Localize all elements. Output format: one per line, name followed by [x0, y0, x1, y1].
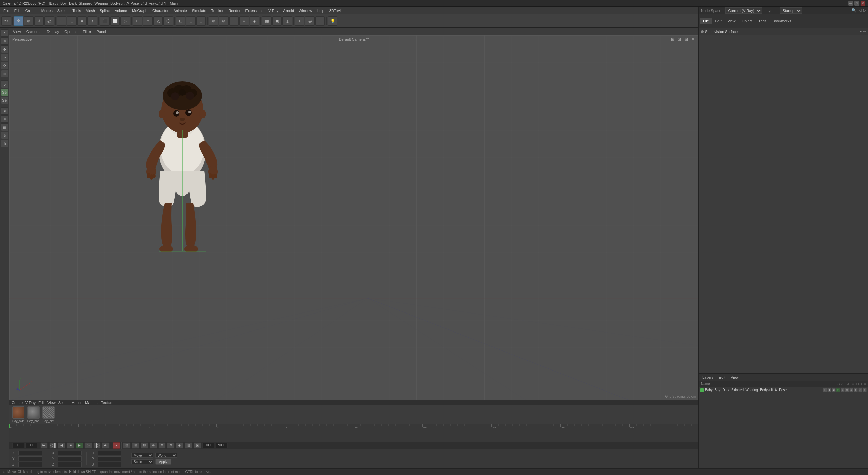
paint-tool[interactable]: ⊛	[1, 115, 8, 123]
mat-tab-vray[interactable]: V-Ray	[25, 401, 36, 405]
fields-button[interactable]: ⊟	[196, 16, 206, 26]
mat-tab-select[interactable]: Select	[58, 401, 69, 405]
render-active-button[interactable]: ⬜	[110, 16, 120, 26]
go-start-button[interactable]: ⏮	[40, 442, 48, 449]
material-swatch-cloth[interactable]: Boy_clot	[42, 406, 55, 423]
stop-button[interactable]: ■	[67, 442, 74, 449]
vp-options-btn[interactable]: Options	[63, 29, 79, 34]
keyframe-rot-button[interactable]: ⊟	[141, 442, 148, 449]
object-mode-button[interactable]: ←	[57, 16, 66, 26]
keyframe-pos-button[interactable]: ⊞	[132, 442, 139, 449]
transform-tool[interactable]: ✤	[1, 45, 8, 53]
deformer-button[interactable]: ⊡	[176, 16, 185, 26]
minimize-button[interactable]: —	[848, 1, 853, 6]
pen-tool[interactable]: ↗	[1, 54, 8, 61]
texture-tool[interactable]: S⊙	[1, 89, 8, 96]
point-mode-button[interactable]: ⊗	[77, 16, 87, 26]
add-tool[interactable]: ⊕	[1, 37, 8, 45]
tab-tags[interactable]: Tags	[756, 18, 769, 24]
rotation-p-input[interactable]	[98, 456, 121, 461]
undo-button[interactable]: ⟲	[1, 16, 11, 26]
cylinder-button[interactable]: ⬡	[163, 16, 173, 26]
layer-icon-render[interactable]: ■	[827, 388, 831, 392]
sculpt-tool[interactable]: ⊗	[1, 107, 8, 115]
vp-icon-mode[interactable]: ⊡	[677, 37, 682, 42]
tab-edit[interactable]: Edit	[712, 18, 724, 24]
grid-button[interactable]: ▣	[272, 16, 282, 26]
menu-volume[interactable]: Volume	[113, 8, 130, 13]
menu-3dtoai[interactable]: 3DToAI	[327, 8, 343, 13]
menu-edit[interactable]: Edit	[12, 8, 23, 13]
scale-sidebar-tool[interactable]: ⊞	[1, 70, 8, 77]
record-button[interactable]: ●	[113, 442, 120, 449]
snap-button[interactable]: ⌖	[295, 16, 304, 26]
layers-tab-view[interactable]: View	[729, 375, 740, 380]
sky-button[interactable]: ⊙	[229, 16, 239, 26]
position-z-input[interactable]	[18, 462, 42, 467]
snap-to-grid-button[interactable]: ◎	[305, 16, 315, 26]
viewport[interactable]: Perspective Default Camera:** ⊞ ⊡ ⊟ ✕ X …	[9, 35, 698, 400]
timeline-options-button[interactable]: ▣	[194, 442, 201, 449]
play-forward-button[interactable]: ▶	[76, 442, 83, 449]
light-button[interactable]: ⊕	[209, 16, 218, 26]
menu-tracker[interactable]: Tracker	[209, 8, 226, 13]
scale-x-input[interactable]	[58, 451, 82, 455]
tab-file[interactable]: File	[700, 18, 712, 24]
keyframe-user-button[interactable]: ◈	[176, 442, 183, 449]
menu-vray[interactable]: V-Ray	[266, 8, 280, 13]
rotation-h-input[interactable]	[98, 451, 121, 455]
render-all-button[interactable]: ▷	[120, 16, 130, 26]
mat-tab-create[interactable]: Create	[12, 401, 23, 405]
material-button[interactable]: ⊛	[239, 16, 249, 26]
play-forward2-button[interactable]: ▷	[84, 442, 92, 449]
menu-modes[interactable]: Modes	[39, 8, 55, 13]
menu-file[interactable]: File	[1, 8, 12, 13]
timeline-track[interactable]	[9, 428, 698, 442]
vp-icon-settings[interactable]: ⊟	[684, 37, 689, 42]
bg-button[interactable]: ◫	[282, 16, 292, 26]
uv-tool[interactable]: S⊕	[1, 97, 8, 104]
mat-tab-material[interactable]: Material	[85, 401, 98, 405]
cube-button[interactable]: □	[133, 16, 142, 26]
tab-view[interactable]: View	[725, 18, 738, 24]
vp-view-btn[interactable]: View	[12, 29, 22, 34]
material-swatch-skin[interactable]: Boy_skin	[12, 406, 25, 423]
layer-icon-exp[interactable]: ⊗	[849, 388, 853, 392]
layer-icon-gen[interactable]: ⊛	[841, 388, 845, 392]
menu-mograph[interactable]: MoGraph	[130, 8, 150, 13]
light-tool-button[interactable]: 💡	[328, 16, 337, 26]
next-key-button[interactable]: ▐▷	[93, 442, 101, 449]
menu-character[interactable]: Character	[150, 8, 171, 13]
select-tool[interactable]: ↖	[1, 29, 8, 37]
mat-tab-motion[interactable]: Motion	[71, 401, 82, 405]
rotate-tool-button[interactable]: ↺	[34, 16, 44, 26]
vp-display-btn[interactable]: Display	[45, 29, 60, 34]
mograph-button[interactable]: ⊞	[186, 16, 196, 26]
play-back-button[interactable]: ◀	[58, 442, 65, 449]
layer-icon-solo[interactable]: ⊙	[858, 388, 862, 392]
motion-tool[interactable]: ⊙	[1, 132, 8, 139]
scale-mode-dropdown[interactable]: Scale	[131, 459, 153, 464]
cone-button[interactable]: △	[153, 16, 163, 26]
poly-mode-button[interactable]: ↕	[87, 16, 97, 26]
maximize-button[interactable]: □	[854, 1, 859, 6]
edge-mode-button[interactable]: ⊞	[67, 16, 77, 26]
scale-y-input[interactable]	[58, 456, 82, 461]
position-x-input[interactable]	[18, 451, 42, 455]
vp-panel-btn[interactable]: Panel	[95, 29, 107, 34]
select-all-button[interactable]: ◎	[44, 16, 54, 26]
floor-button[interactable]: ▦	[262, 16, 272, 26]
rotate-tool[interactable]: ⟳	[1, 62, 8, 69]
layer-item[interactable]: Baby_Boy_Dark_Skinned_Wearing_Bodysuit_A…	[699, 387, 868, 393]
menu-window[interactable]: Window	[297, 8, 314, 13]
material-swatch-body[interactable]: Boy_bod	[27, 406, 40, 423]
menu-help[interactable]: Help	[315, 8, 327, 13]
workplane-button[interactable]: ⊕	[315, 16, 325, 26]
vp-icon-layout[interactable]: ⊞	[670, 37, 675, 42]
obj-edit-icon[interactable]: ✏	[863, 29, 866, 34]
mat-tab-edit[interactable]: Edit	[38, 401, 45, 405]
layer-icon-color[interactable]: ✕	[863, 388, 867, 392]
menu-extensions[interactable]: Extensions	[243, 8, 265, 13]
menu-simulate[interactable]: Simulate	[190, 8, 209, 13]
world-mode-dropdown[interactable]: World	[155, 453, 177, 458]
